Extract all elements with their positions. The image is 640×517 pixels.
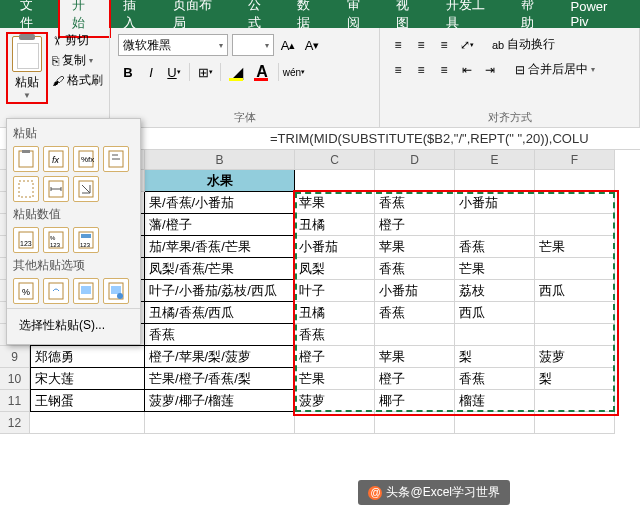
cell[interactable]: 荔枝 (455, 280, 535, 302)
orientation-button[interactable]: ⤢▾ (457, 36, 477, 54)
align-bottom-button[interactable]: ≡ (434, 36, 454, 54)
cell[interactable]: 丑橘 (295, 302, 375, 324)
cell[interactable]: 梨 (535, 368, 615, 390)
cell[interactable]: 橙子/苹果/梨/菠萝 (145, 346, 295, 368)
cell[interactable] (30, 412, 145, 434)
border-button[interactable]: ⊞▾ (195, 62, 215, 82)
cell[interactable]: 王钢蛋 (30, 390, 145, 412)
cell[interactable]: 丑橘 (295, 214, 375, 236)
underline-button[interactable]: U▾ (164, 62, 184, 82)
col-header-c[interactable]: C (295, 150, 375, 170)
cell[interactable]: 西瓜 (455, 302, 535, 324)
cell[interactable]: 香蕉 (145, 324, 295, 346)
decrease-font-button[interactable]: A▾ (302, 35, 322, 55)
indent-left-button[interactable]: ⇤ (457, 61, 477, 79)
cell[interactable]: 芒果 (455, 258, 535, 280)
cell[interactable] (535, 258, 615, 280)
cell[interactable]: 橙子 (375, 368, 455, 390)
cell[interactable] (455, 412, 535, 434)
increase-font-button[interactable]: A▴ (278, 35, 298, 55)
cell[interactable]: 香蕉 (375, 258, 455, 280)
indent-right-button[interactable]: ⇥ (480, 61, 500, 79)
copy-button[interactable]: ⎘复制▾ (52, 52, 103, 69)
paste-opt-formulas-fmt[interactable]: %fx (73, 146, 99, 172)
cell[interactable] (535, 412, 615, 434)
cell[interactable] (535, 390, 615, 412)
merge-center-button[interactable]: ⊟合并后居中▾ (511, 59, 599, 80)
phonetic-button[interactable]: wén▾ (284, 62, 304, 82)
cell[interactable]: 藩/橙子 (145, 214, 295, 236)
row-header[interactable]: 9 (0, 346, 30, 368)
paste-opt-values-src-fmt[interactable]: 123 (73, 227, 99, 253)
cell[interactable]: 梨 (455, 346, 535, 368)
cell[interactable]: 芒果 (535, 236, 615, 258)
align-top-button[interactable]: ≡ (388, 36, 408, 54)
paste-opt-col-width[interactable] (43, 176, 69, 202)
paste-special-menuitem[interactable]: 选择性粘贴(S)... (13, 313, 134, 338)
cell[interactable] (455, 214, 535, 236)
cell[interactable]: 橙子 (375, 214, 455, 236)
cell[interactable]: 小番茄 (455, 192, 535, 214)
cell[interactable] (375, 412, 455, 434)
format-painter-button[interactable]: 🖌格式刷 (52, 72, 103, 89)
cell[interactable]: 芒果/橙子/香蕉/梨 (145, 368, 295, 390)
paste-opt-all[interactable] (13, 146, 39, 172)
cell[interactable]: 菠萝/椰子/榴莲 (145, 390, 295, 412)
cell[interactable]: 芒果 (295, 368, 375, 390)
cell[interactable]: 叶子/小番茄/荔枝/西瓜 (145, 280, 295, 302)
cell[interactable]: 凤梨/香蕉/芒果 (145, 258, 295, 280)
paste-opt-picture[interactable] (73, 278, 99, 304)
cell[interactable]: 香蕉 (455, 368, 535, 390)
paste-opt-values-num-fmt[interactable]: %123 (43, 227, 69, 253)
col-header-b[interactable]: B (145, 150, 295, 170)
row-header[interactable]: 10 (0, 368, 30, 390)
cell[interactable] (145, 412, 295, 434)
cell[interactable]: 宋大莲 (30, 368, 145, 390)
cell[interactable] (535, 214, 615, 236)
cell[interactable] (375, 324, 455, 346)
cell[interactable]: 香蕉 (375, 302, 455, 324)
cell[interactable]: 果/香蕉/小番茄 (145, 192, 295, 214)
paste-button[interactable]: 粘贴 ▼ (6, 32, 48, 104)
cell[interactable] (295, 412, 375, 434)
cell-b1-header[interactable]: 水果 (145, 170, 295, 192)
align-right-button[interactable]: ≡ (434, 61, 454, 79)
cell[interactable]: 椰子 (375, 390, 455, 412)
italic-button[interactable]: I (141, 62, 161, 82)
cell[interactable]: 苹果 (375, 346, 455, 368)
cell[interactable]: 茄/苹果/香蕉/芒果 (145, 236, 295, 258)
bold-button[interactable]: B (118, 62, 138, 82)
row-header[interactable]: 12 (0, 412, 30, 434)
cell[interactable]: 小番茄 (375, 280, 455, 302)
align-left-button[interactable]: ≡ (388, 61, 408, 79)
align-middle-button[interactable]: ≡ (411, 36, 431, 54)
font-size-select[interactable]: ▾ (232, 34, 274, 56)
paste-opt-transpose[interactable] (73, 176, 99, 202)
paste-opt-values[interactable]: 123 (13, 227, 39, 253)
paste-opt-no-border[interactable] (13, 176, 39, 202)
font-name-select[interactable]: 微软雅黑▾ (118, 34, 228, 56)
cell[interactable]: 叶子 (295, 280, 375, 302)
cell[interactable]: 橙子 (295, 346, 375, 368)
cell[interactable] (535, 302, 615, 324)
row-header[interactable]: 11 (0, 390, 30, 412)
wrap-text-button[interactable]: ab自动换行 (488, 34, 559, 55)
cell[interactable]: 小番茄 (295, 236, 375, 258)
paste-opt-keep-src-fmt[interactable] (103, 146, 129, 172)
cell[interactable] (535, 192, 615, 214)
cell[interactable]: 西瓜 (535, 280, 615, 302)
cell[interactable]: 榴莲 (455, 390, 535, 412)
fill-color-button[interactable]: ◢ (226, 62, 248, 82)
cell[interactable] (455, 324, 535, 346)
paste-opt-formulas[interactable]: fx (43, 146, 69, 172)
align-center-button[interactable]: ≡ (411, 61, 431, 79)
cell[interactable]: 香蕉 (455, 236, 535, 258)
cell[interactable]: 凤梨 (295, 258, 375, 280)
cell[interactable]: 香蕉 (375, 192, 455, 214)
col-header-f[interactable]: F (535, 150, 615, 170)
cut-button[interactable]: ✂剪切 (52, 32, 103, 49)
cell[interactable] (535, 324, 615, 346)
cell[interactable]: 郑德勇 (30, 346, 145, 368)
font-color-button[interactable]: A (251, 62, 273, 82)
col-header-e[interactable]: E (455, 150, 535, 170)
